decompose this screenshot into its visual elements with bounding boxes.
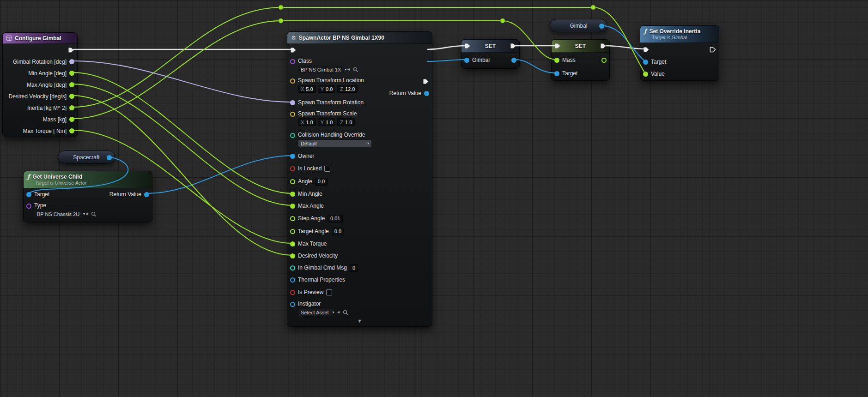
exec-in-pin[interactable] bbox=[554, 43, 561, 49]
browse-asset-icon[interactable] bbox=[343, 310, 348, 315]
blueprint-graph-canvas[interactable]: { "colors": { "exec": "#e8e8e8", "float"… bbox=[0, 0, 868, 397]
node-configure-gimbal[interactable]: Configure Gimbal Gimbal Rotation [deg] M… bbox=[2, 32, 78, 137]
return-value-out-pin[interactable] bbox=[144, 192, 149, 197]
target-in-pin[interactable] bbox=[554, 71, 559, 76]
location-z-field[interactable]: Z12.0 bbox=[337, 85, 358, 93]
is-locked-in-pin[interactable] bbox=[290, 166, 295, 171]
gimbal-in-pin[interactable] bbox=[464, 58, 469, 63]
node-header[interactable]: SET bbox=[552, 40, 609, 53]
instigator-in-pin[interactable] bbox=[290, 302, 295, 307]
spawn-rotation-in-pin[interactable] bbox=[290, 100, 295, 105]
collision-handling-dropdown[interactable]: Default ▾ bbox=[298, 139, 372, 147]
browse-asset-icon[interactable] bbox=[353, 67, 358, 72]
pin-label: Inertia [kg M^ 2] bbox=[27, 105, 67, 111]
inertia-out-pin[interactable] bbox=[69, 105, 74, 110]
pin-label: Target bbox=[651, 59, 666, 65]
browse-asset-icon[interactable] bbox=[91, 211, 97, 217]
owner-in-pin[interactable] bbox=[290, 154, 295, 159]
spawn-scale-in-pin[interactable] bbox=[290, 112, 295, 117]
gimbal-cmd-msg-in-pin[interactable] bbox=[290, 265, 295, 271]
thermal-properties-in-pin[interactable] bbox=[290, 277, 295, 283]
type-in-pin[interactable] bbox=[26, 204, 31, 209]
reroute-node[interactable] bbox=[279, 18, 283, 23]
target-angle-in-pin[interactable] bbox=[290, 229, 295, 234]
max-angle-in-pin[interactable] bbox=[290, 204, 295, 209]
scale-y-field[interactable]: Y1.0 bbox=[318, 118, 336, 126]
is-preview-row: Is Preview bbox=[287, 286, 432, 299]
node-set-gimbal[interactable]: SET Gimbal bbox=[461, 39, 520, 69]
location-x-field[interactable]: X5.0 bbox=[298, 85, 316, 93]
step-angle-in-pin[interactable] bbox=[290, 216, 295, 221]
instigator-asset-dropdown[interactable]: Select Asset ▾ bbox=[298, 308, 334, 316]
node-header[interactable]: ƒ Get Universe Child Target is Universe … bbox=[24, 171, 152, 188]
pin-label: Class bbox=[298, 58, 358, 64]
gimbal-out-pin[interactable] bbox=[599, 24, 604, 29]
gimbal-cmd-msg-field[interactable]: 0 bbox=[350, 264, 358, 272]
use-selected-asset-icon[interactable]: ◄ bbox=[85, 212, 89, 216]
exec-out-pin[interactable] bbox=[710, 47, 716, 53]
scale-z-field[interactable]: Z1.0 bbox=[337, 118, 355, 126]
desired-velocity-in-pin[interactable] bbox=[290, 253, 295, 259]
spacecraft-out-pin[interactable] bbox=[107, 155, 112, 160]
variable-get-spacecraft[interactable]: Spacecraft bbox=[58, 150, 115, 164]
return-value-out-pin[interactable] bbox=[424, 91, 429, 96]
angle-in-pin[interactable] bbox=[290, 179, 295, 184]
exec-in-pin[interactable] bbox=[290, 47, 297, 53]
value-in-pin[interactable] bbox=[643, 72, 648, 77]
is-locked-checkbox[interactable] bbox=[324, 166, 330, 172]
rotator-wire bbox=[73, 61, 292, 102]
gimbal-out-pin[interactable] bbox=[511, 58, 516, 63]
exec-out-pin[interactable] bbox=[423, 78, 429, 84]
mass-out-pin[interactable] bbox=[601, 58, 607, 63]
node-header[interactable]: ⚙ SpawnActor BP NS Gimbal 1X90 bbox=[287, 32, 432, 44]
class-dropdown[interactable]: BP NS Gimbal 1X ▾ bbox=[298, 66, 344, 73]
target-in-pin[interactable] bbox=[643, 60, 648, 65]
node-get-universe-child[interactable]: ƒ Get Universe Child Target is Universe … bbox=[23, 171, 152, 223]
mass-in-pin[interactable] bbox=[554, 58, 559, 63]
spawn-location-in-pin[interactable] bbox=[290, 78, 295, 84]
reroute-node[interactable] bbox=[500, 18, 505, 23]
pin-label: Max Torque bbox=[298, 241, 327, 247]
step-angle-field[interactable]: 0.01 bbox=[328, 215, 343, 223]
node-set-mass[interactable]: SET Mass Target bbox=[551, 39, 610, 81]
max-torque-out-pin[interactable] bbox=[69, 128, 74, 133]
is-preview-in-pin[interactable] bbox=[290, 290, 295, 295]
mass-out-pin[interactable] bbox=[69, 117, 74, 122]
angle-field[interactable]: 0.0 bbox=[315, 178, 328, 186]
collision-handling-in-pin[interactable] bbox=[290, 133, 295, 138]
min-angle-in-pin[interactable] bbox=[290, 192, 295, 197]
reroute-node[interactable] bbox=[279, 5, 283, 10]
pin-label: Spawn Transform Rotation bbox=[298, 99, 364, 106]
node-header[interactable]: ƒ Set Override Inertia Target is Gimbal bbox=[640, 26, 719, 43]
variable-get-gimbal[interactable]: Gimbal bbox=[550, 19, 607, 32]
exec-out-pin[interactable] bbox=[510, 43, 516, 49]
gimbal-rotation-out-pin[interactable] bbox=[69, 59, 74, 64]
exec-in-pin[interactable] bbox=[643, 47, 649, 53]
scale-x-field[interactable]: X1.0 bbox=[298, 118, 316, 126]
use-selected-asset-icon[interactable]: ◄ bbox=[336, 310, 340, 314]
min-angle-out-pin[interactable] bbox=[69, 71, 74, 76]
output-row: Gimbal Rotation [deg] bbox=[3, 56, 77, 67]
node-title: Set Override Inertia bbox=[649, 28, 701, 35]
use-selected-asset-icon[interactable]: ◄ bbox=[346, 67, 351, 72]
pin-label: Spawn Transform Scale bbox=[298, 110, 357, 117]
max-torque-in-pin[interactable] bbox=[290, 241, 295, 247]
node-spawnactor-bp-ns-gimbal[interactable]: ⚙ SpawnActor BP NS Gimbal 1X90 Return Va… bbox=[287, 31, 432, 327]
class-in-pin[interactable] bbox=[290, 59, 295, 64]
max-angle-out-pin[interactable] bbox=[69, 82, 74, 87]
exec-out-pin[interactable] bbox=[600, 43, 607, 49]
exec-out-pin[interactable] bbox=[68, 47, 74, 53]
desired-velocity-row: Desired Velocity bbox=[287, 250, 432, 262]
node-header[interactable]: SET bbox=[461, 40, 519, 53]
node-set-override-inertia[interactable]: ƒ Set Override Inertia Target is Gimbal … bbox=[640, 25, 719, 81]
exec-in-pin[interactable] bbox=[464, 43, 471, 49]
desired-velocity-out-pin[interactable] bbox=[69, 94, 74, 99]
is-preview-checkbox[interactable] bbox=[326, 289, 332, 295]
type-class-dropdown[interactable]: BP NS Chassis 2U ▾ bbox=[34, 210, 82, 218]
reroute-node[interactable] bbox=[591, 5, 595, 10]
location-y-field[interactable]: Y0.0 bbox=[318, 85, 336, 93]
target-in-pin[interactable] bbox=[26, 192, 31, 197]
target-angle-field[interactable]: 0.0 bbox=[332, 228, 344, 235]
expand-node-chevron-icon[interactable]: ▼ bbox=[287, 318, 432, 326]
node-header[interactable]: Configure Gimbal bbox=[3, 33, 77, 44]
